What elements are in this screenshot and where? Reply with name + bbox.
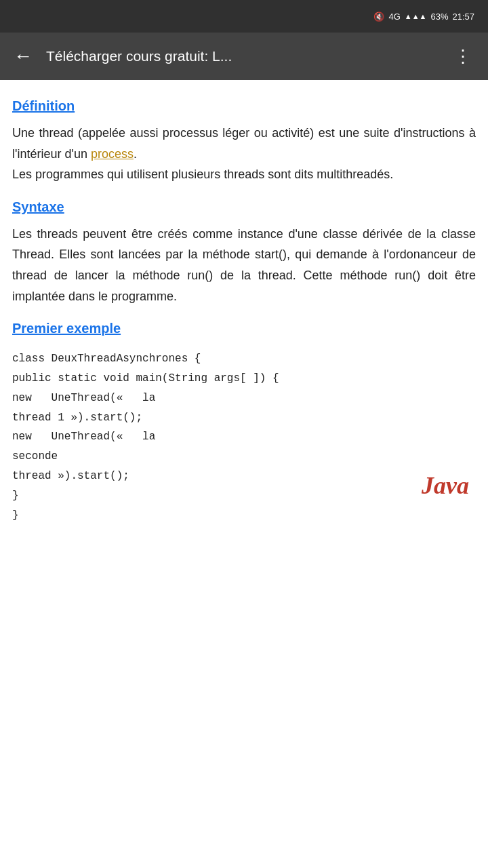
java-logo: Java	[422, 473, 469, 498]
status-bar-icons: 🔇 4G ▲▲▲ 63% 21:57	[373, 12, 474, 22]
network-label: 4G	[388, 12, 400, 22]
content-area: Définition Une thread (appelée aussi pro…	[0, 80, 488, 536]
code-line-1: class DeuxThreadAsynchrones {	[12, 349, 476, 369]
code-line-2: public static void main(String args[ ]) …	[12, 369, 476, 389]
status-bar: 🔇 4G ▲▲▲ 63% 21:57	[0, 0, 488, 33]
more-options-button[interactable]: ⋮	[449, 43, 477, 70]
code-block: class DeuxThreadAsynchrones { public sta…	[12, 349, 476, 525]
code-line-7: thread »).start();	[12, 467, 476, 486]
code-line-8: }	[12, 486, 476, 506]
mute-icon: 🔇	[373, 12, 384, 22]
code-line-6: seconde	[12, 447, 476, 467]
back-button[interactable]: ←	[11, 43, 35, 70]
definition-text-period: .	[134, 147, 137, 161]
syntaxe-paragraph: Les threads peuvent être créés comme ins…	[12, 224, 476, 307]
code-line-9: }	[12, 506, 476, 526]
definition-text-1: Une thread (appelée aussi processus lége…	[12, 126, 476, 161]
signal-icon: ▲▲▲	[405, 12, 427, 20]
premier-exemple-heading[interactable]: Premier exemple	[12, 317, 121, 340]
definition-text-2: Les programmes qui utilisent plusieurs t…	[12, 167, 393, 181]
code-line-3: new UneThread(« la	[12, 389, 476, 408]
syntaxe-heading[interactable]: Syntaxe	[12, 196, 64, 218]
app-bar-title: Télécharger cours gratuit: L...	[46, 48, 438, 64]
time-label: 21:57	[452, 12, 474, 22]
code-line-4: thread 1 »).start();	[12, 408, 476, 428]
battery-label: 63%	[430, 12, 448, 22]
process-link[interactable]: process	[91, 147, 134, 161]
code-line-5: new UneThread(« la	[12, 427, 476, 447]
app-bar: ← Télécharger cours gratuit: L... ⋮	[0, 33, 488, 80]
definition-heading[interactable]: Définition	[12, 95, 75, 117]
definition-paragraph: Une thread (appelée aussi processus lége…	[12, 123, 476, 185]
